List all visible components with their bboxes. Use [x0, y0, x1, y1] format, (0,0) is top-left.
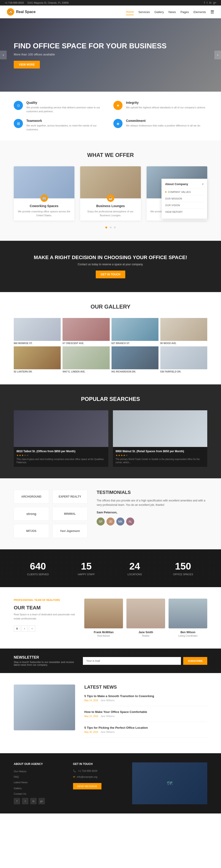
dot-icon [165, 191, 166, 193]
team-pause-button[interactable]: ⏸ [14, 625, 20, 632]
search-card-1[interactable]: 8810 Talbot St. (Offices from $850 per M… [14, 410, 108, 467]
value-integrity: ★ Integrity We uphold the highest ethica… [113, 101, 207, 113]
newsletter-email-input[interactable] [83, 657, 181, 665]
gallery-item-4[interactable]: 90 WOOD AVE. [160, 318, 207, 345]
about-item-vision[interactable]: OUR VISION [165, 202, 203, 209]
footer-link-faq[interactable]: FAQ [14, 775, 64, 779]
avatar-4[interactable]: AL [126, 518, 134, 526]
search-card-2[interactable]: 9950 Walnut St. (Retail Spaces from $650… [113, 410, 208, 467]
about-item-report[interactable]: VIEW REPORT [165, 209, 203, 215]
integrity-icon: ★ [113, 101, 123, 110]
offer-card-coworking: 🏢 Coworking Spaces We provide coworking … [14, 166, 74, 221]
team-left: PROFESSIONAL TEAM OF REALTORS OUR TEAM R… [14, 598, 75, 637]
member-img-ben [168, 598, 207, 628]
news-content: LATEST NEWS 5 Tips to Make a Smooth Tran… [84, 684, 207, 742]
partner-minimal: MINIMAL [53, 507, 88, 521]
search-img-1 [14, 410, 108, 447]
nav-elements[interactable]: Elements [193, 9, 206, 15]
about-item-mission[interactable]: OUR MISSION [165, 195, 203, 202]
about-dropdown-close[interactable]: × [202, 182, 203, 186]
gallery-img-1 [14, 318, 61, 341]
dot-1[interactable] [105, 226, 107, 228]
hero-prev-button[interactable]: ‹ [0, 51, 7, 59]
search-desc-1: This class A glass and steel building co… [17, 458, 105, 464]
hero-next-button[interactable]: › [214, 51, 221, 59]
offer-title-lounges: Business Lounges [84, 204, 137, 208]
hero-content: FIND OFFICE SPACE FOR YOUR BUSINESS More… [14, 41, 166, 68]
logo[interactable]: 🏠 Real Space [7, 8, 35, 16]
instagram-icon[interactable]: in [209, 1, 211, 4]
cta-subtext: Contact us today to reserve a space at y… [14, 263, 207, 266]
news-title-3[interactable]: 5 Tips for Picking the Perfect Office Lo… [84, 726, 207, 730]
twitter-icon[interactable]: t [207, 1, 208, 4]
footer-facebook-icon[interactable]: f [14, 798, 20, 804]
facebook-icon[interactable]: f [204, 1, 205, 4]
gallery-item-6[interactable]: 9447 E. LINDEN AVE. [63, 346, 109, 373]
nav-gallery[interactable]: Gallery [154, 9, 164, 15]
footer-linkedin-icon[interactable]: in [30, 798, 37, 804]
gallery-img-4 [160, 318, 207, 341]
stat-locations-number: 24 [110, 561, 159, 572]
footer-link-gallery[interactable]: Gallery [14, 786, 64, 790]
gallery-item-3[interactable]: 627 BRANCH ST. [112, 318, 158, 345]
value-teamwork: ⊞ Teamwork We work together, across boun… [14, 119, 108, 131]
news-date-1: May 14, 2016 [84, 699, 98, 702]
gallery-item-5[interactable]: 92 LANTERN DR. [14, 346, 61, 373]
footer-link-history[interactable]: Our History [14, 769, 64, 773]
footer-contact-col: GET IN TOUCH 📞 +1 718-999-3029 ✉ info@ex… [73, 763, 123, 804]
hamburger-icon[interactable]: ☰ [211, 9, 214, 14]
footer-gplus-icon[interactable]: g+ [38, 798, 45, 804]
search-desc-2: The primary World Trade Center in Seattl… [116, 458, 205, 464]
footer-email: ✉ info@example.org [73, 775, 123, 779]
team-next-button[interactable]: › [29, 625, 35, 632]
search-title-1: 8810 Talbot St. (Offices from $850 per M… [17, 450, 105, 453]
offer-desc-lounges: Enjoy the professional atmosphere of our… [84, 210, 137, 217]
gallery-item-1[interactable]: 860 MONROE ST. [14, 318, 61, 345]
dot-2[interactable] [110, 226, 112, 228]
partner-strong: strong [14, 507, 49, 521]
map-placeholder-icon: 🗺 [167, 780, 172, 787]
nav-services[interactable]: Services [138, 9, 150, 15]
cta-button[interactable]: GET IN TOUCH [96, 271, 126, 278]
avatar-3[interactable]: MK [116, 518, 124, 526]
stats-section: 640 CLIENTS SERVED 15 HAPPY STAFF 24 LOC… [0, 549, 221, 587]
gallery-item-2[interactable]: 67 CRESCENT AVE. [63, 318, 109, 345]
hero-cta-button[interactable]: VIEW MORE [14, 61, 40, 68]
teamwork-icon: ⊞ [14, 119, 23, 128]
team-prev-button[interactable]: ‹ [21, 625, 28, 632]
footer-link-news[interactable]: Latest News [14, 780, 64, 784]
member-name-frank: Frank McMillan [84, 631, 123, 634]
address-text: 3141 Wagsola St, Orlando, FL 33806 [27, 1, 69, 4]
team-member-jane: Jane Smith Realtor [126, 598, 165, 637]
avatar-2[interactable]: JD [106, 518, 115, 526]
nav-home[interactable]: Home [126, 9, 134, 15]
email-icon: ✉ [73, 775, 75, 779]
newsletter-desc: Stay in touch! Subscribe to our newslett… [14, 661, 76, 666]
offer-desc-coworking: We provide coworking office spaces acros… [17, 210, 71, 217]
teamwork-desc: We work together, across boundaries, to … [26, 124, 108, 131]
gplus-icon[interactable]: g+ [213, 1, 216, 4]
avatar-1[interactable]: SP [97, 518, 105, 526]
gallery-item-8[interactable]: 536 FAIRFIELD DR. [160, 346, 207, 373]
star-3: ★ [121, 454, 123, 457]
gallery-img-2 [63, 318, 109, 341]
nav-news[interactable]: News [168, 9, 176, 15]
team-member-frank: Frank McMillan Real Advisor [84, 598, 123, 637]
footer-send-button[interactable]: SEND MESSAGE [73, 783, 101, 789]
footer-twitter-icon[interactable]: t [22, 798, 28, 804]
dot-3[interactable] [114, 226, 116, 228]
about-item-values[interactable]: COMPANY VALUES [165, 189, 203, 195]
search-rating-2: ★ ★ ★ ★ ★ [116, 454, 205, 457]
news-title-2[interactable]: How to Make Your Office Space Comfortabl… [84, 710, 207, 714]
news-title-1[interactable]: 5 Tips to Make a Smooth Transition to Co… [84, 694, 207, 698]
nav-pages[interactable]: Pages [181, 9, 189, 15]
values-grid: ⊙ Quality We provide outstanding service… [14, 101, 207, 131]
partner-mitjos: MITJOS [14, 524, 49, 538]
newsletter-subscribe-button[interactable]: SUBSCRIBE [183, 657, 207, 665]
footer-about-col: ABOUT OUR AGENCY Our History FAQ Latest … [14, 763, 64, 804]
star-2: ★ [19, 454, 21, 457]
cta-heading: MAKE A RIGHT DECISION IN CHOOSING YOUR O… [14, 254, 207, 260]
gallery-item-7[interactable]: 941 RICHARDSON DR. [112, 346, 158, 373]
team-member-ben: Ben Wilson Listing Coordinator [168, 598, 207, 637]
footer-link-contact[interactable]: Contact Us [14, 792, 64, 796]
